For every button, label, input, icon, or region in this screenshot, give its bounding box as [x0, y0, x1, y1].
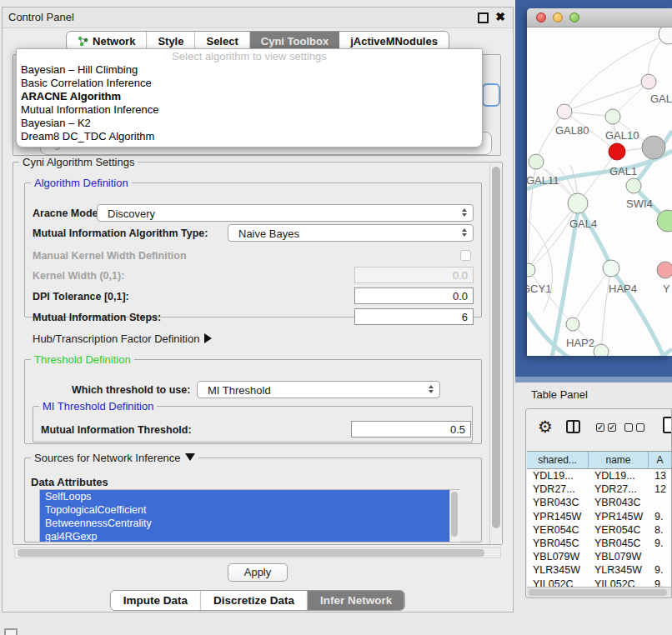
control-panel-titlebar: Control Panel ✖ — [3, 8, 513, 28]
which-threshold-value: MI Threshold — [208, 384, 271, 397]
aracne-mode-combo[interactable]: Discovery — [97, 204, 474, 222]
algorithm-dropdown-list: Bayesian – Hill ClimbingBasic Correlatio… — [17, 63, 482, 143]
kernel-width-field[interactable]: 0.0 — [354, 267, 474, 283]
tab-discretize-data[interactable]: Discretize Data — [201, 591, 308, 610]
float-window-icon[interactable] — [478, 12, 489, 23]
deselect-all-icon[interactable] — [624, 423, 644, 432]
table-cell: YIL052C — [527, 578, 589, 588]
focused-combo-fragment[interactable] — [482, 83, 500, 107]
mi-threshold-label: Mutual Information Threshold: — [41, 424, 192, 436]
tab-impute-data[interactable]: Impute Data — [111, 591, 201, 610]
mi-steps-label: Mutual Information Steps: — [33, 312, 161, 323]
table-horizontal-scrollbar[interactable] — [527, 587, 672, 598]
close-icon[interactable]: ✖ — [495, 10, 505, 23]
table-row[interactable]: YDL19...YDL19...13 — [527, 469, 672, 482]
table-options-gear-icon[interactable]: ⚙ — [538, 418, 553, 435]
attribute-item-betweennesscentrality[interactable]: BetweennessCentrality — [40, 517, 459, 530]
aracne-mode-value: Discovery — [108, 208, 155, 220]
cytoscape-desktop: GALGAL80GAL10GAL1GAL11SWI4GAL4GCY1HAP4YH… — [515, 0, 672, 377]
node-swi4-label: SWI4 — [626, 198, 653, 210]
manual-kernel-checkbox[interactable] — [460, 250, 471, 261]
node-salmon[interactable] — [657, 262, 672, 278]
table-row[interactable]: YPR145WYPR145W9. — [527, 510, 672, 523]
attribute-item-selfloops[interactable]: SelfLoops — [40, 490, 459, 503]
mac-close-button[interactable] — [536, 12, 546, 22]
node-hap4[interactable] — [603, 260, 619, 277]
tab-select[interactable]: Select — [195, 32, 249, 50]
algorithm-option-bayesian-k2[interactable]: Bayesian – K2 — [17, 117, 482, 130]
sources-title[interactable]: Sources for Network Inference — [31, 452, 198, 464]
algorithm-option-mutual-information-inference[interactable]: Mutual Information Inference — [17, 103, 482, 117]
node-gal10[interactable] — [605, 109, 620, 124]
algorithm-option-basic-correlation-inference[interactable]: Basic Correlation Inference — [17, 77, 482, 90]
kernel-width-label: Kernel Width (0,1): — [33, 270, 124, 282]
mac-zoom-button[interactable] — [569, 12, 579, 22]
table-panel-window: ⚙ ✓✓ shared...nameA YDL19...YDL19...13YD… — [525, 408, 672, 598]
tab-label: Network — [93, 35, 135, 48]
algorithm-option-dream8-dc-tdc-algorithm[interactable]: Dream8 DC_TDC Algorithm — [17, 130, 482, 143]
combo-arrows-icon — [462, 208, 467, 217]
table-cell: 9. — [649, 510, 672, 523]
node-gal-cut-label: GAL — [650, 92, 672, 105]
network-window-titlebar — [527, 8, 672, 28]
node-gal-cut[interactable] — [641, 74, 656, 89]
node-gal1[interactable] — [609, 143, 625, 160]
tab-cyni-toolbox[interactable]: Cyni Toolbox — [250, 32, 339, 50]
select-all-icon[interactable]: ✓✓ — [596, 423, 616, 432]
node-gray[interactable] — [642, 136, 665, 159]
algorithm-option-aracne-algorithm[interactable]: ARACNE Algorithm — [17, 90, 482, 103]
column-header-a[interactable]: A — [649, 452, 672, 468]
network-view-window: GALGAL80GAL10GAL1GAL11SWI4GAL4GCY1HAP4YH… — [527, 8, 672, 356]
mi-threshold-title: MI Threshold Definition — [39, 400, 157, 412]
combo-arrows-icon — [429, 385, 434, 393]
node-hap2[interactable] — [566, 318, 579, 331]
hub-definition-toggle[interactable]: Hub/Transcription Factor Definition — [33, 332, 212, 345]
attribute-list-scrollbar[interactable] — [449, 490, 459, 542]
attribute-item-gal4rgexp[interactable]: gal4RGexp — [40, 530, 459, 542]
node-gal11[interactable] — [529, 154, 544, 169]
mi-steps-field[interactable]: 6 — [354, 308, 474, 325]
attribute-item-topologicalcoefficient[interactable]: TopologicalCoefficient — [40, 503, 459, 517]
threshold-definition-title: Threshold Definition — [31, 353, 134, 366]
mac-minimize-button[interactable] — [553, 12, 563, 22]
node-swi4[interactable] — [626, 178, 641, 193]
combo-arrows-icon — [462, 228, 467, 237]
column-selector-icon[interactable] — [566, 420, 580, 433]
table-row[interactable]: YBR045CYBR045C9. — [527, 537, 672, 550]
tab-label: Style — [158, 35, 183, 48]
table-file-icon[interactable] — [663, 417, 672, 433]
table-row[interactable]: YDR27...YDR27...12 — [527, 482, 672, 496]
tab-label: Select — [206, 35, 238, 48]
table-toolbar: ⚙ ✓✓ — [526, 409, 671, 451]
settings-horizontal-scrollbar[interactable] — [14, 548, 501, 558]
tab-network[interactable]: Network — [67, 32, 147, 50]
which-threshold-label: Which threshold to use: — [72, 384, 190, 396]
tab-style[interactable]: Style — [147, 32, 195, 50]
table-row[interactable]: YLR345WYLR345W9. — [527, 563, 672, 577]
table-row[interactable]: YBL079WYBL079W — [527, 550, 672, 563]
algorithm-option-bayesian-hill-climbing[interactable]: Bayesian – Hill Climbing — [17, 63, 482, 77]
settings-vertical-scrollbar[interactable] — [489, 164, 502, 544]
table-row[interactable]: YER054CYER054C8. — [527, 523, 672, 537]
mi-threshold-field[interactable]: 0.5 — [351, 421, 471, 438]
mi-type-combo[interactable]: Naive Bayes — [228, 224, 474, 242]
column-header-shared[interactable]: shared... — [527, 452, 589, 468]
tab-jactivemnodules[interactable]: jActiveMNodules — [339, 32, 449, 50]
sources-label: Sources for Network Inference — [34, 452, 181, 464]
chevron-right-icon — [204, 333, 212, 343]
tab-infer-network[interactable]: Infer Network — [308, 591, 404, 610]
node-bottom[interactable] — [594, 344, 609, 356]
network-canvas[interactable]: GALGAL80GAL10GAL1GAL11SWI4GAL4GCY1HAP4YH… — [527, 28, 672, 356]
column-header-name[interactable]: name — [589, 452, 649, 468]
network-icon — [78, 36, 88, 47]
node-gal1-label: GAL1 — [609, 165, 637, 178]
network-edges-thick — [527, 131, 672, 356]
apply-button[interactable]: Apply — [228, 563, 288, 582]
table-row[interactable]: YIL052CYIL052C9. — [527, 578, 672, 588]
node-hap4-label: HAP4 — [609, 282, 637, 295]
table-row[interactable]: YBR043CYBR043C — [527, 496, 672, 509]
node-gal80[interactable] — [557, 104, 572, 119]
node-gal4[interactable] — [568, 193, 588, 213]
dpi-tolerance-field[interactable]: 0.0 — [354, 288, 474, 304]
which-threshold-combo[interactable]: MI Threshold — [197, 381, 440, 398]
